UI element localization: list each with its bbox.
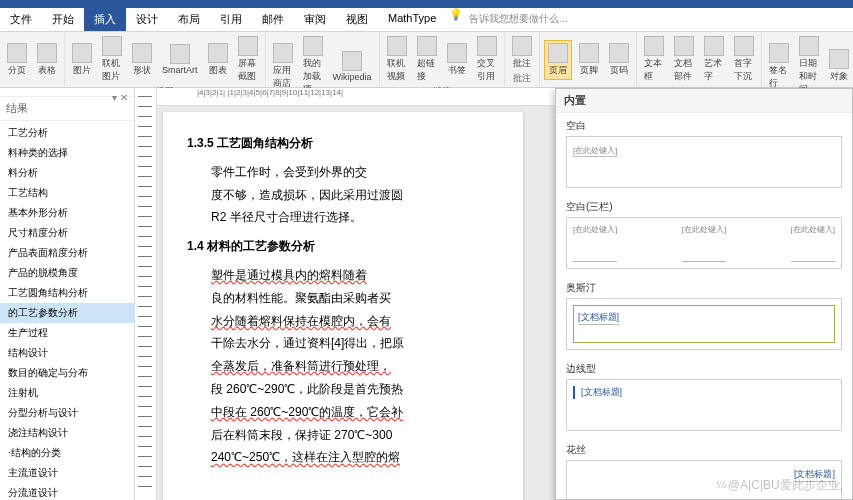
ribbon-button-对象[interactable]: 对象 bbox=[826, 47, 852, 85]
ribbon-button-批注[interactable]: 批注 bbox=[509, 34, 535, 72]
nav-item[interactable]: 浇注结构设计 bbox=[0, 423, 134, 443]
header-option-blank-3col[interactable]: 空白(三栏) [在此处键入] [在此处键入] [在此处键入] bbox=[556, 194, 852, 275]
ribbon-button-图表[interactable]: 图表 bbox=[205, 41, 231, 79]
nav-item[interactable]: ·结构的分类 bbox=[0, 443, 134, 463]
ribbon-button-表格[interactable]: 表格 bbox=[34, 41, 60, 79]
ribbon-button-页眉[interactable]: 页眉 bbox=[544, 40, 572, 80]
ribbon-icon bbox=[644, 36, 664, 56]
tab-insert[interactable]: 插入 bbox=[84, 8, 126, 31]
ribbon-button-Wikipedia[interactable]: Wikipedia bbox=[330, 49, 375, 84]
ribbon-button-艺术字[interactable]: 艺术字 bbox=[701, 34, 727, 85]
ribbon-button-超链接[interactable]: 超链接 bbox=[414, 34, 440, 85]
ribbon-button-联机视频[interactable]: 联机视频 bbox=[384, 34, 410, 85]
ribbon-button-文本框[interactable]: 文本框 bbox=[641, 34, 667, 85]
nav-item[interactable]: 料种类的选择 bbox=[0, 143, 134, 163]
ribbon-button-文档部件[interactable]: 文档部件 bbox=[671, 34, 697, 85]
ribbon-icon bbox=[769, 43, 789, 63]
nav-heading-list: 工艺分析料种类的选择料分析工艺结构基本外形分析尺寸精度分析产品表面精度分析产品的… bbox=[0, 121, 134, 500]
ribbon-button-签名行[interactable]: 签名行 bbox=[766, 41, 792, 92]
ribbon-button-书签[interactable]: 书签 bbox=[444, 41, 470, 79]
ribbon-button-页脚[interactable]: 页脚 bbox=[576, 41, 602, 79]
ribbon-icon bbox=[734, 36, 754, 56]
ribbon-button-屏幕截图[interactable]: 屏幕截图 bbox=[235, 34, 261, 85]
title-bar bbox=[0, 0, 853, 8]
nav-item[interactable]: 数目的确定与分布 bbox=[0, 363, 134, 383]
ribbon-icon bbox=[447, 43, 467, 63]
ribbon-button-形状[interactable]: 形状 bbox=[129, 41, 155, 79]
nav-item[interactable]: 基本外形分析 bbox=[0, 203, 134, 223]
tab-review[interactable]: 审阅 bbox=[294, 8, 336, 31]
tell-me-input[interactable]: 告诉我您想要做什么... bbox=[463, 8, 573, 31]
header-preview: [在此处键入] [在此处键入] [在此处键入] bbox=[566, 217, 842, 269]
ribbon-group: 签名行日期和时间对象 bbox=[762, 32, 853, 87]
ribbon-icon bbox=[548, 43, 568, 63]
nav-item[interactable]: 分流道设计 bbox=[0, 483, 134, 500]
ribbon-group: 图片联机图片形状SmartArt图表屏幕截图插图 bbox=[65, 32, 266, 87]
ribbon-button-联机图片[interactable]: 联机图片 bbox=[99, 34, 125, 85]
ribbon-group: 分页表格 bbox=[0, 32, 65, 87]
nav-item[interactable]: 工艺分析 bbox=[0, 123, 134, 143]
tab-view[interactable]: 视图 bbox=[336, 8, 378, 31]
paragraph: 全蒸发后，准备料筒进行预处理， bbox=[187, 355, 499, 378]
ribbon-button-图片[interactable]: 图片 bbox=[69, 41, 95, 79]
paragraph: 干除去水分，通过资料[4]得出，把原 bbox=[187, 332, 499, 355]
ribbon-icon bbox=[238, 36, 258, 56]
header-option-sideline[interactable]: 边线型 [文档标题] bbox=[556, 356, 852, 437]
paragraph: 零件工作时，会受到外界的交 bbox=[187, 161, 499, 184]
ribbon-icon bbox=[417, 36, 437, 56]
ribbon-icon bbox=[829, 49, 849, 69]
nav-item[interactable]: 结构设计 bbox=[0, 343, 134, 363]
ribbon-icon bbox=[303, 36, 323, 56]
ribbon-icon bbox=[132, 43, 152, 63]
ribbon-group: 文本框文档部件艺术字首字下沉 bbox=[637, 32, 762, 87]
nav-item[interactable]: 料分析 bbox=[0, 163, 134, 183]
nav-item[interactable]: 尺寸精度分析 bbox=[0, 223, 134, 243]
nav-item[interactable]: 的工艺参数分析 bbox=[0, 303, 134, 323]
header-option-blank[interactable]: 空白 [在此处键入] bbox=[556, 113, 852, 194]
nav-item[interactable]: 工艺结构 bbox=[0, 183, 134, 203]
vertical-ruler bbox=[135, 88, 157, 500]
ribbon-icon bbox=[579, 43, 599, 63]
tab-file[interactable]: 文件 bbox=[0, 8, 42, 31]
nav-item[interactable]: 工艺圆角结构分析 bbox=[0, 283, 134, 303]
tab-mathtype[interactable]: MathType bbox=[378, 8, 446, 31]
header-gallery-dropdown[interactable]: 内置 空白 [在此处键入] 空白(三栏) [在此处键入] [在此处键入] [在此… bbox=[555, 88, 853, 500]
nav-item[interactable]: 主流道设计 bbox=[0, 463, 134, 483]
ribbon-icon bbox=[512, 36, 532, 56]
nav-item[interactable]: 产品的脱模角度 bbox=[0, 263, 134, 283]
ribbon-button-应用商店[interactable]: 应用商店 bbox=[270, 41, 296, 92]
nav-item[interactable]: 产品表面精度分析 bbox=[0, 243, 134, 263]
header-preview: [文档标题] bbox=[566, 379, 842, 431]
paragraph: 中段在 260℃~290℃的温度，它会补 bbox=[187, 401, 499, 424]
ribbon-button-SmartArt[interactable]: SmartArt bbox=[159, 42, 201, 77]
header-option-austin[interactable]: 奥斯汀 [文档标题] bbox=[556, 275, 852, 356]
nav-item[interactable]: 分型分析与设计 bbox=[0, 403, 134, 423]
ribbon-button-首字下沉[interactable]: 首字下沉 bbox=[731, 34, 757, 85]
ribbon-tabs: 文件 开始 插入 设计 布局 引用 邮件 审阅 视图 MathType 💡 告诉… bbox=[0, 8, 853, 32]
tab-references[interactable]: 引用 bbox=[210, 8, 252, 31]
nav-item[interactable]: 生产过程 bbox=[0, 323, 134, 343]
ribbon-button-交叉引用[interactable]: 交叉引用 bbox=[474, 34, 500, 85]
ribbon-group: 批注批注 bbox=[505, 32, 540, 87]
nav-item[interactable]: 注射机 bbox=[0, 383, 134, 403]
tab-home[interactable]: 开始 bbox=[42, 8, 84, 31]
tab-design[interactable]: 设计 bbox=[126, 8, 168, 31]
navigation-pane: ▾ ✕ 结果 工艺分析料种类的选择料分析工艺结构基本外形分析尺寸精度分析产品表面… bbox=[0, 88, 135, 500]
header-preview: [文档标题] bbox=[566, 298, 842, 350]
ribbon: 分页表格图片联机图片形状SmartArt图表屏幕截图插图应用商店我的加载项Wik… bbox=[0, 32, 853, 88]
ribbon-icon bbox=[674, 36, 694, 56]
ribbon-icon bbox=[72, 43, 92, 63]
header-option-filigree[interactable]: 花丝 [文档标题] bbox=[556, 437, 852, 500]
document-page[interactable]: 1.3.5 工艺圆角结构分析 零件工作时，会受到外界的交 度不够，造成损坏，因此… bbox=[163, 112, 523, 500]
ribbon-button-页码[interactable]: 页码 bbox=[606, 41, 632, 79]
nav-results-tab[interactable]: 结果 bbox=[0, 97, 134, 121]
tab-mailings[interactable]: 邮件 bbox=[252, 8, 294, 31]
paragraph: 段 260℃~290℃，此阶段是首先预热 bbox=[187, 378, 499, 401]
tab-layout[interactable]: 布局 bbox=[168, 8, 210, 31]
ribbon-group: 页眉页脚页码 bbox=[540, 32, 637, 87]
ribbon-group: 联机视频超链接书签交叉引用链接 bbox=[380, 32, 505, 87]
ribbon-button-分页[interactable]: 分页 bbox=[4, 41, 30, 79]
heading-1-4: 1.4 材料的工艺参数分析 bbox=[187, 235, 499, 258]
ribbon-icon bbox=[37, 43, 57, 63]
ribbon-icon bbox=[342, 51, 362, 71]
